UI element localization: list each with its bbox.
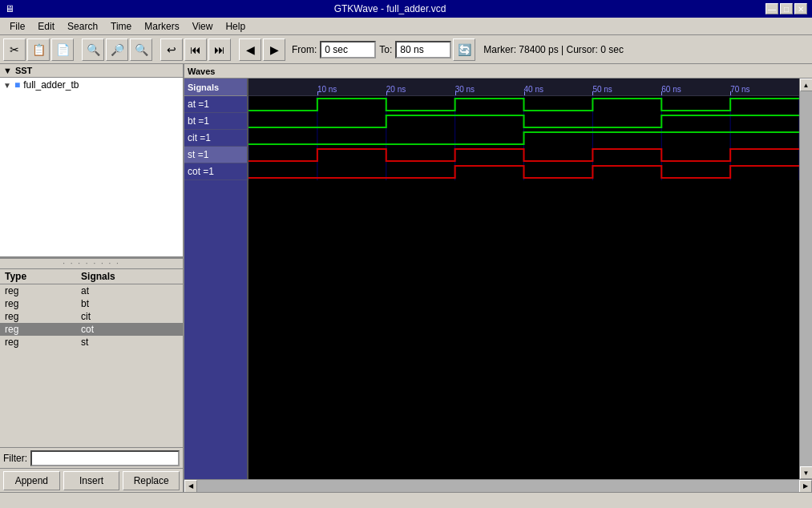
scroll-right-button[interactable]: ▶ xyxy=(263,38,285,61)
waveform-line xyxy=(248,115,799,127)
cell-type: reg xyxy=(0,297,76,310)
sst-tree[interactable]: ▼ ■ full_adder_tb xyxy=(0,78,183,258)
vscroll-track[interactable] xyxy=(800,91,812,466)
waves-main: Signals at =1 bt =1 cit =1 st =1 cot =1 … xyxy=(184,79,812,479)
cell-signal: st xyxy=(76,336,183,349)
sig-name-bt[interactable]: bt =1 xyxy=(184,113,247,130)
menu-item-time[interactable]: Time xyxy=(104,19,138,34)
waveform-svg xyxy=(248,96,799,180)
undo-button[interactable]: ↩ xyxy=(160,38,183,61)
append-button[interactable]: Append xyxy=(3,471,60,490)
filter-row: Filter: xyxy=(0,447,183,468)
sst-header: ▼ SST xyxy=(0,64,183,78)
tree-item-label: full_adder_tb xyxy=(23,79,79,91)
cell-type: reg xyxy=(0,323,76,336)
signals-table: Type Signals regatregbtregcitregcotregst xyxy=(0,269,183,349)
hscroll-left-button[interactable]: ◀ xyxy=(184,480,197,493)
waveform-area[interactable]: 10 ns20 ns30 ns40 ns50 ns60 ns70 ns80 ns xyxy=(248,79,799,479)
waveform-line xyxy=(248,99,799,111)
from-label: From: xyxy=(292,44,317,55)
sst-panel: ▼ SST ▼ ■ full_adder_tb · · · · · · · · … xyxy=(0,64,184,492)
copy-button[interactable]: 📋 xyxy=(27,38,50,61)
zoom-fit-button[interactable]: 🔍 xyxy=(82,38,104,61)
bottom-buttons: Append Insert Replace xyxy=(0,468,183,492)
time-tick xyxy=(455,91,456,95)
tree-item-full-adder-tb[interactable]: ▼ ■ full_adder_tb xyxy=(0,78,183,92)
cell-signal: cot xyxy=(76,323,183,336)
table-row[interactable]: regcit xyxy=(0,310,183,323)
time-range: From: To: xyxy=(292,41,451,58)
col-signals: Signals xyxy=(76,269,183,284)
table-row[interactable]: regat xyxy=(0,284,183,297)
table-row[interactable]: regst xyxy=(0,336,183,349)
zoom-out-button[interactable]: 🔍 xyxy=(130,38,152,61)
cell-type: reg xyxy=(0,336,76,349)
waves-header-bar: Waves xyxy=(184,64,812,79)
menu-item-help[interactable]: Help xyxy=(219,19,252,34)
hscroll-right-button[interactable]: ▶ xyxy=(799,480,812,493)
menu-item-file[interactable]: File xyxy=(3,19,31,34)
marker-next-button[interactable]: ⏭ xyxy=(208,38,231,61)
waves-title: Waves xyxy=(188,67,215,76)
time-tick xyxy=(592,91,593,95)
menu-item-search[interactable]: Search xyxy=(61,19,104,34)
scroll-left-button[interactable]: ◀ xyxy=(239,38,261,61)
menu-item-view[interactable]: View xyxy=(186,19,220,34)
titlebar-title: GTKWave - full_adder.vcd xyxy=(334,3,446,14)
cell-signal: at xyxy=(76,284,183,297)
sig-name-st[interactable]: st =1 xyxy=(184,147,247,163)
sig-name-cot[interactable]: cot =1 xyxy=(184,163,247,180)
toolbar: ✂ 📋 📄 🔍 🔎 🔍 ↩ ⏮ ⏭ ◀ ▶ From: To: 🔄 Marker… xyxy=(0,35,812,64)
time-label: 10 ns xyxy=(317,85,337,94)
time-tick xyxy=(661,91,662,95)
time-label: 40 ns xyxy=(524,85,543,94)
signals-tbody: regatregbtregcitregcotregst xyxy=(0,284,183,349)
signal-names-col: Signals at =1 bt =1 cit =1 st =1 cot =1 xyxy=(184,79,248,479)
time-tick xyxy=(524,91,525,95)
hscrollbar: ◀ ▶ xyxy=(184,479,812,492)
to-label: To: xyxy=(379,44,392,55)
time-label: 50 ns xyxy=(592,85,612,94)
waveform-line xyxy=(248,132,799,144)
time-label: 60 ns xyxy=(661,85,681,94)
signals-waves-area: Waves Signals at =1 bt =1 cit =1 st =1 c… xyxy=(184,64,812,492)
marker-prev-button[interactable]: ⏮ xyxy=(184,38,207,61)
sig-name-at[interactable]: at =1 xyxy=(184,96,247,113)
insert-button[interactable]: Insert xyxy=(63,471,120,490)
to-input[interactable] xyxy=(395,41,451,58)
table-row[interactable]: regbt xyxy=(0,297,183,310)
from-input[interactable] xyxy=(320,41,376,58)
time-label: 20 ns xyxy=(386,85,406,94)
vscroll-up-button[interactable]: ▲ xyxy=(800,79,813,91)
paste-button[interactable]: 📄 xyxy=(51,38,74,61)
cut-button[interactable]: ✂ xyxy=(3,38,26,61)
maximize-button[interactable]: □ xyxy=(780,3,793,14)
tree-expand-icon: ▼ xyxy=(3,81,11,90)
time-tick xyxy=(317,91,318,95)
signals-table-panel: Type Signals regatregbtregcitregcotregst xyxy=(0,269,183,448)
table-row[interactable]: regcot xyxy=(0,323,183,336)
cell-signal: bt xyxy=(76,297,183,310)
waveform-line xyxy=(248,149,799,161)
marker-info: Marker: 78400 ps | Cursor: 0 sec xyxy=(483,44,624,55)
filter-input[interactable] xyxy=(30,450,180,466)
cell-signal: cit xyxy=(76,310,183,323)
titlebar-controls: — □ ✕ xyxy=(766,3,807,14)
refresh-button[interactable]: 🔄 xyxy=(453,38,475,61)
menu-item-markers[interactable]: Markers xyxy=(138,19,185,34)
close-button[interactable]: ✕ xyxy=(794,3,807,14)
waveform-line xyxy=(248,166,799,178)
menu-item-edit[interactable]: Edit xyxy=(31,19,61,34)
vscroll-down-button[interactable]: ▼ xyxy=(800,466,813,479)
sst-divider: · · · · · · · · xyxy=(0,258,183,269)
menubar: FileEditSearchTimeMarkersViewHelp xyxy=(0,18,812,35)
zoom-in-button[interactable]: 🔎 xyxy=(106,38,128,61)
col-type: Type xyxy=(0,269,76,284)
hscroll-track[interactable] xyxy=(197,480,799,492)
replace-button[interactable]: Replace xyxy=(123,471,180,490)
minimize-button[interactable]: — xyxy=(766,3,778,14)
cell-type: reg xyxy=(0,310,76,323)
sig-name-time-header: Signals xyxy=(184,79,247,96)
sst-title: SST xyxy=(15,66,32,75)
sig-name-cit[interactable]: cit =1 xyxy=(184,130,247,147)
